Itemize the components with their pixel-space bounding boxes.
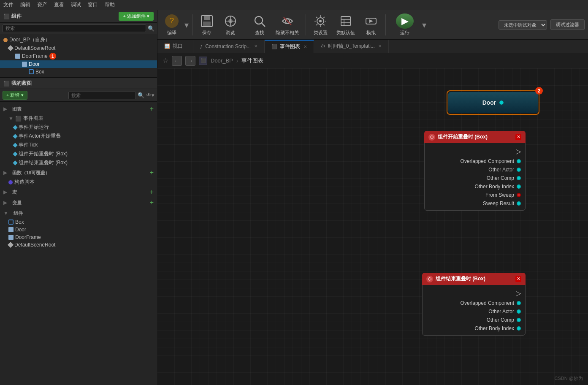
mybp-comp-doorframe[interactable]: DoorFrame (0, 233, 157, 241)
components-search-icon[interactable]: 🔍 (148, 25, 154, 32)
exec-arrow-1: ▷ (516, 147, 521, 155)
add-graph-button[interactable]: + (150, 106, 154, 112)
pin-from-sweep (517, 193, 521, 197)
pin-row-from-sweep: From Sweep (425, 191, 525, 199)
node-end-overlap-title: ⬡ 组件结束重叠时 (Box) (426, 275, 485, 282)
tab-timeline[interactable]: ⏱ 时间轴_0_Templati... ✕ (314, 40, 389, 53)
menu-debug[interactable]: 调试 (71, 1, 81, 8)
breadcrumb-bp-name: Door_BP (211, 57, 233, 64)
node-end-overlap-body: ▷ Overlapped Component Other Actor Other… (422, 285, 526, 336)
menu-asset[interactable]: 资产 (37, 1, 47, 8)
mybp-section-macros: ▶ 宏 + (0, 187, 157, 197)
debug-filter-button[interactable]: 调试过滤器 (550, 19, 585, 30)
mybp-section-components: ▼ 组件 (0, 208, 157, 218)
pin-row-other-comp-1: Other Comp (425, 174, 525, 182)
mybp-title: ⬛ 我的蓝图 (3, 80, 32, 87)
class-settings-button[interactable]: 类设置 (309, 12, 331, 38)
tab-timeline-close: ✕ (378, 44, 382, 49)
canvas-area[interactable]: Door 2 ⬡ 组件开始重叠时 (Box) ✕ ▷ (157, 68, 588, 385)
add-function-button[interactable]: + (150, 169, 154, 176)
run-button[interactable]: ▶ 运行 (389, 12, 420, 38)
back-button[interactable]: ← (172, 56, 182, 66)
mybp-header: ⬛ 我的蓝图 (0, 78, 157, 89)
add-component-button[interactable]: + 添加组件 ▾ (119, 12, 154, 21)
class-defaults-button[interactable]: 类默认值 (333, 12, 358, 38)
pin-row-other-body-1: Other Body Index (425, 182, 525, 191)
simulate-button[interactable]: 模拟 (360, 12, 382, 38)
mybp-comp-box[interactable]: Box (0, 218, 157, 226)
tree-item-doorframe[interactable]: DoorFrame 1 (0, 52, 157, 60)
components-search-input[interactable] (3, 24, 146, 32)
mybp-item-event-tick[interactable]: 事件Tick (0, 141, 157, 149)
pin-row-other-body-2: Other Body Index (423, 324, 525, 333)
mybp-filter-button[interactable]: 👁▾ (146, 92, 154, 98)
exec-arrow-2: ▷ (516, 289, 521, 297)
mybp-list: ▶ 图表 + ▼ ⬛ 事件图表 事件开始运行 (0, 102, 157, 385)
tree-item-box[interactable]: Box (0, 68, 157, 76)
debug-target-select[interactable]: 未选中调试对象 (499, 20, 547, 30)
watermark: CSDN @妙为 (555, 375, 583, 382)
forward-button[interactable]: → (185, 56, 195, 66)
mybp-comp-door[interactable]: Door (0, 226, 157, 233)
add-macro-button[interactable]: + (150, 189, 154, 195)
tab-event-graph[interactable]: ⬛ 事件图表 ✕ (265, 40, 314, 53)
tab-bar: 🪟 视口 ƒ Construction Scrip... ✕ ⬛ 事件图表 ✕ … (157, 40, 588, 53)
svg-rect-4 (203, 22, 211, 26)
add-variable-button[interactable]: + (150, 199, 154, 206)
root-icon (3, 38, 8, 42)
menu-help[interactable]: 帮助 (105, 1, 115, 8)
door-node-label: Door (482, 99, 496, 106)
mybp-item-event-actoroverlap[interactable]: 事件Actor开始重叠 (0, 132, 157, 141)
node-begin-overlap-close[interactable]: ✕ (515, 134, 521, 140)
mybp-search-button[interactable]: 🔍 (138, 92, 144, 98)
pin-other-body-1 (517, 184, 521, 189)
mybp-item-event-graph[interactable]: ▼ ⬛ 事件图表 (0, 114, 157, 123)
doorframe-icon (15, 54, 20, 59)
tab-construction[interactable]: ƒ Construction Scrip... ✕ (193, 40, 265, 53)
tree-item-door[interactable]: Door (0, 60, 157, 68)
browse-button[interactable]: 浏览 (219, 12, 241, 38)
find-button[interactable]: 查找 (249, 12, 271, 38)
diamond-icon-5 (13, 160, 17, 165)
tree-item-defaultsceneroot[interactable]: DefaultSceneRoot (0, 44, 157, 52)
mybp-item-comp-begin-overlap[interactable]: 组件开始重叠时 (Box) (0, 149, 157, 158)
comp-box-icon (8, 220, 14, 225)
pin-other-comp-1 (517, 176, 521, 180)
diamond-icon-4 (13, 152, 17, 156)
breadcrumb-separator: › (236, 57, 238, 64)
mybp-comp-defaultsceneroot[interactable]: DefaultSceneRoot (0, 241, 157, 249)
tab-construction-icon: ƒ (200, 44, 203, 49)
bookmark-button[interactable]: ☆ (163, 57, 168, 65)
menu-file[interactable]: 文件 (3, 1, 14, 8)
pin-overlapped-comp (517, 159, 521, 163)
tab-timeline-icon: ⏱ (321, 44, 325, 49)
mybp-item-construct[interactable]: 构造脚本 (0, 178, 157, 187)
svg-text:?: ? (170, 16, 174, 25)
node-end-overlap[interactable]: ⬡ 组件结束重叠时 (Box) ✕ ▷ Overlapped Component… (422, 273, 526, 336)
svg-rect-15 (341, 16, 350, 26)
menu-edit[interactable]: 编辑 (20, 1, 30, 8)
hide-button[interactable]: 隐藏不相关 (272, 12, 302, 38)
mybp-section-variables: ▶ 变量 + (0, 197, 157, 208)
tab-viewport[interactable]: 🪟 视口 (157, 40, 193, 53)
node-end-overlap-close[interactable]: ✕ (515, 276, 521, 282)
node-begin-overlap-title: ⬡ 组件开始重叠时 (Box) (428, 133, 488, 141)
mybp-section-functions: ▶ 函数（18可覆盖） + (0, 167, 157, 178)
save-button[interactable]: 保存 (196, 12, 218, 38)
new-button[interactable]: + 新增 ▾ (3, 91, 27, 100)
node-begin-overlap-body: ▷ Overlapped Component Other Actor Other… (424, 143, 526, 211)
svg-line-10 (262, 23, 265, 27)
mybp-item-event-beginplay[interactable]: 事件开始运行 (0, 123, 157, 132)
mybp-search-input[interactable] (68, 92, 136, 99)
tree-item-self[interactable]: Door_BP（自身） (0, 35, 157, 44)
node-begin-overlap[interactable]: ⬡ 组件开始重叠时 (Box) ✕ ▷ Overlapped Component… (424, 131, 526, 211)
menu-window[interactable]: 窗口 (88, 1, 98, 8)
components-title: ⬛ 组件 (3, 13, 22, 20)
breadcrumb-current: 事件图表 (241, 57, 263, 65)
door-node[interactable]: Door 2 (447, 90, 539, 115)
menu-view[interactable]: 查看 (54, 1, 64, 8)
svg-marker-20 (369, 19, 373, 23)
door-icon (22, 62, 27, 67)
mybp-item-comp-end-overlap[interactable]: 组件结束重叠时 (Box) (0, 158, 157, 167)
compile-button[interactable]: ? 编译 (161, 12, 183, 38)
